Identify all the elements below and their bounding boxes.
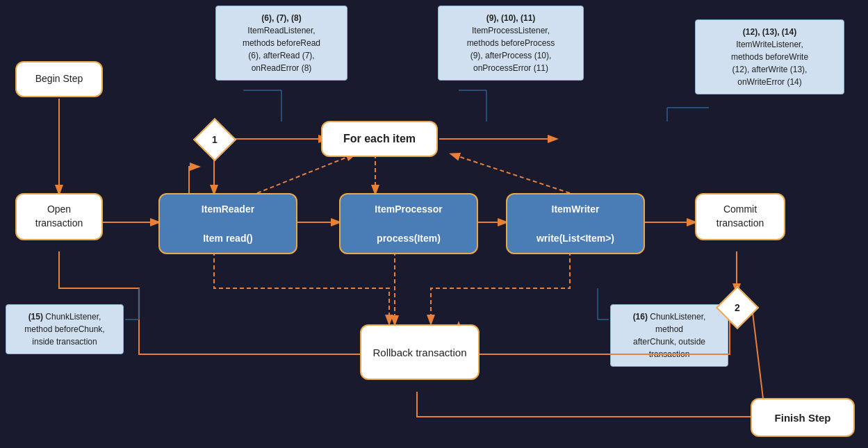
info-box-process: (9), (10), (11) ItemProcessListener, met…: [438, 6, 584, 81]
item-processor-node: ItemProcessorprocess(Item): [339, 193, 478, 254]
svg-line-5: [257, 154, 354, 193]
begin-step-node: Begin Step: [15, 61, 103, 97]
svg-line-9: [452, 154, 570, 193]
for-each-item-node: For each item: [321, 121, 438, 157]
diamond-1-shape: 1: [193, 118, 236, 161]
info-box-chunk-before: (15) ChunkListener, method beforeChunk, …: [6, 304, 124, 354]
diamond-1-node: 1: [199, 124, 231, 156]
commit-transaction-node: Commit transaction: [695, 193, 785, 240]
item-writer-node: ItemWriterwrite(List<Item>): [506, 193, 645, 254]
info-box-write: (12), (13), (14) ItemWriteListener, meth…: [695, 19, 844, 94]
rollback-transaction-node: Rollback transaction: [360, 324, 480, 380]
open-transaction-node: Open transaction: [15, 193, 103, 240]
info-box-read: (6), (7), (8) ItemReadListener, methods …: [215, 6, 347, 81]
diamond-2-shape: 2: [716, 286, 759, 329]
item-reader-node: ItemReaderItem read(): [158, 193, 297, 254]
diamond-2-node: 2: [721, 292, 753, 324]
diagram: (6), (7), (8) ItemReadListener, methods …: [0, 0, 868, 448]
finish-step-node: Finish Step: [751, 398, 855, 437]
info-box-chunk-after: (16) ChunkListener, method afterChunk, o…: [610, 304, 728, 367]
svg-line-12: [752, 307, 764, 410]
